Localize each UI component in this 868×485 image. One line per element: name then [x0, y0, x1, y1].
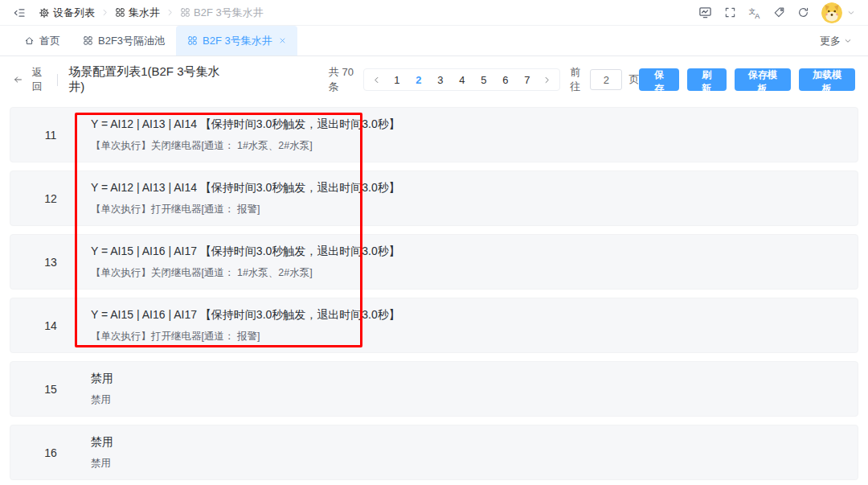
load-template-button[interactable]: 加载模板: [799, 68, 855, 91]
row-index: 12: [10, 192, 91, 205]
rule-condition: 禁用: [91, 435, 113, 450]
rule-action: 禁用: [91, 457, 113, 471]
chevron-right-icon: [166, 8, 174, 17]
tab-b2f3-sump-active[interactable]: B2F 3号集水井: [176, 26, 297, 55]
scene-rule-row-16[interactable]: 16 禁用 禁用: [10, 425, 858, 480]
tab-bar: 首页 B2F3号隔油池 B2F 3号集水井 更多: [0, 26, 868, 56]
scene-rule-row-11[interactable]: 11 Y = AI12 | AI13 | AI14 【保持时间3.0秒触发，退出…: [10, 107, 858, 162]
rule-condition: Y = AI12 | AI13 | AI14 【保持时间3.0秒触发，退出时间3…: [91, 181, 400, 195]
scene-rule-row-14[interactable]: 14 Y = AI15 | AI16 | AI17 【保持时间3.0秒触发，退出…: [10, 298, 858, 353]
breadcrumb-item-current-device: B2F 3号集水井: [180, 6, 264, 20]
page-number-7[interactable]: 7: [516, 69, 538, 90]
row-index: 14: [10, 319, 91, 332]
rule-action: 【单次执行】打开继电器[通道： 报警]: [91, 330, 400, 343]
fold-menu-icon: [13, 6, 26, 19]
toolbar: 返回 场景配置列表1(B2F 3号集水井) 共 70 条 1 2 3 4 5 6…: [0, 68, 868, 92]
page-number-4[interactable]: 4: [451, 69, 473, 90]
user-menu-button[interactable]: [821, 2, 855, 23]
fullscreen-icon: [724, 6, 736, 18]
tab-b2f3-grease-trap[interactable]: B2F3号隔油池: [72, 26, 176, 55]
collapse-sidebar-button[interactable]: [13, 6, 26, 19]
page-unit-label: 页: [628, 72, 639, 87]
chevron-down-icon: [847, 9, 855, 17]
breadcrumb-label: 集水井: [129, 6, 160, 20]
breadcrumb-label: B2F 3号集水井: [194, 6, 264, 20]
page-number-3[interactable]: 3: [429, 69, 451, 90]
arrow-left-icon: [13, 74, 23, 85]
row-index: 13: [10, 256, 91, 269]
refresh-icon: [797, 6, 809, 18]
rule-action: 【单次执行】关闭继电器[通道： 1#水泵、2#水泵]: [91, 139, 400, 153]
chevron-right-icon: [542, 76, 551, 84]
header-actions: 文A: [698, 2, 855, 23]
breadcrumb-item-device-list[interactable]: 设备列表: [39, 6, 95, 20]
home-icon: [24, 35, 35, 46]
tab-label: 首页: [39, 34, 60, 48]
refresh-button[interactable]: [797, 6, 809, 18]
tag-icon: [773, 6, 785, 18]
translate-button[interactable]: 文A: [748, 6, 761, 19]
page-number-6[interactable]: 6: [494, 69, 516, 90]
more-label: 更多: [820, 34, 841, 48]
back-label: 返回: [27, 65, 47, 94]
data-screen-button[interactable]: [698, 6, 712, 19]
breadcrumb-item-sump[interactable]: 集水井: [115, 6, 160, 20]
screen-icon: [698, 6, 712, 19]
action-buttons: 保存 刷新 保存模板 加载模板: [639, 68, 855, 91]
scene-rule-row-15[interactable]: 15 禁用 禁用: [10, 361, 858, 417]
total-count: 共 70 条: [329, 65, 354, 94]
rule-condition: Y = AI15 | AI16 | AI17 【保持时间3.0秒触发，退出时间3…: [91, 308, 400, 323]
rule-action: 【单次执行】关闭继电器[通道： 1#水泵、2#水泵]: [91, 266, 400, 280]
grid-icon: [187, 35, 198, 46]
tab-label: B2F3号隔油池: [98, 34, 165, 48]
page-number-1[interactable]: 1: [386, 69, 407, 90]
app-header: 设备列表 集水井 B2F 3号集水井 文A: [0, 0, 868, 26]
translate-icon: 文A: [748, 6, 761, 19]
tab-home[interactable]: 首页: [13, 26, 72, 55]
goto-label: 前往: [570, 65, 583, 94]
rule-condition: 禁用: [91, 372, 113, 386]
prev-page-button[interactable]: [367, 76, 386, 84]
tab-label: B2F 3号集水井: [203, 34, 272, 48]
back-button[interactable]: 返回: [13, 65, 47, 94]
chevron-left-icon: [372, 76, 381, 84]
refresh-list-button[interactable]: 刷新: [687, 68, 727, 91]
page-title: 场景配置列表1(B2F 3号集水井): [68, 64, 226, 95]
breadcrumb: 设备列表 集水井 B2F 3号集水井: [39, 6, 264, 20]
chevron-down-icon: [844, 37, 852, 45]
svg-text:A: A: [755, 11, 760, 19]
scene-rule-row-13[interactable]: 13 Y = AI15 | AI16 | AI17 【保持时间3.0秒触发，退出…: [10, 234, 858, 290]
rule-action: 禁用: [91, 393, 113, 407]
grid-icon: [180, 7, 190, 18]
fullscreen-button[interactable]: [724, 6, 736, 18]
tag-button[interactable]: [773, 6, 785, 18]
chevron-right-icon: [100, 8, 109, 17]
scene-rule-row-12[interactable]: 12 Y = AI12 | AI13 | AI14 【保持时间3.0秒触发，退出…: [10, 171, 858, 226]
row-index: 15: [10, 383, 91, 396]
vertical-divider: [57, 74, 58, 86]
rule-action: 【单次执行】打开继电器[通道： 报警]: [91, 203, 400, 216]
pagination: 共 70 条 1 2 3 4 5 6 7 前往 页: [329, 65, 640, 94]
scene-rule-list: 11 Y = AI12 | AI13 | AI14 【保持时间3.0秒触发，退出…: [0, 107, 868, 480]
next-page-button[interactable]: [538, 76, 556, 84]
row-index: 16: [10, 446, 91, 459]
breadcrumb-label: 设备列表: [53, 6, 95, 20]
pager: 1 2 3 4 5 6 7: [363, 68, 560, 91]
save-button[interactable]: 保存: [639, 68, 678, 91]
page-number-2-active[interactable]: 2: [407, 69, 429, 90]
grid-icon: [83, 35, 93, 46]
goto-page-input[interactable]: [590, 69, 622, 90]
close-tab-icon[interactable]: [279, 37, 286, 44]
rule-condition: Y = AI15 | AI16 | AI17 【保持时间3.0秒触发，退出时间3…: [91, 245, 400, 259]
page-number-5[interactable]: 5: [473, 69, 494, 90]
grid-icon: [115, 7, 125, 18]
row-index: 11: [10, 129, 91, 142]
save-template-button[interactable]: 保存模板: [735, 68, 791, 91]
more-tabs-button[interactable]: 更多: [820, 26, 855, 55]
rule-condition: Y = AI12 | AI13 | AI14 【保持时间3.0秒触发，退出时间3…: [91, 117, 400, 132]
gear-icon: [39, 7, 50, 18]
doge-avatar: [821, 2, 842, 23]
